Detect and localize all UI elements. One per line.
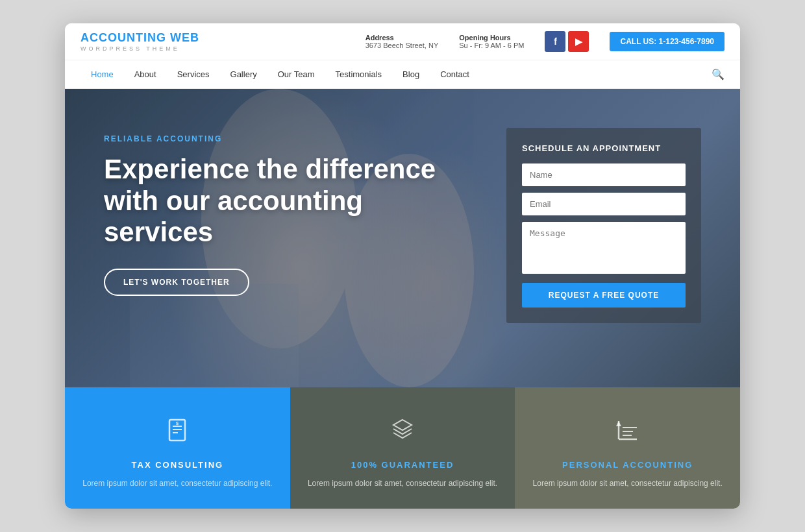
logo-accent: WEB — [170, 31, 199, 44]
hours-block: Opening Hours Su - Fr: 9 AM - 6 PM — [459, 34, 524, 49]
nav-item-services[interactable]: Services — [167, 60, 220, 88]
quote-button[interactable]: REQUEST A FREE QUOTE — [522, 283, 686, 308]
search-icon[interactable]: 🔍 — [712, 68, 724, 80]
nav-link-services[interactable]: Services — [167, 60, 220, 88]
nav-link-testimonials[interactable]: Testimonials — [325, 60, 393, 88]
service-desc-personal: Lorem ipsum dolor sit amet, consectetur … — [533, 478, 723, 490]
nav-item-about[interactable]: About — [124, 60, 167, 88]
social-icons: f ▶ — [545, 31, 589, 52]
service-card-guaranteed: 100% GUARANTEED Lorem ipsum dolor sit am… — [290, 387, 515, 508]
nav-item-home[interactable]: Home — [80, 60, 124, 88]
hero-content: RELIABLE ACCOUNTING Experience the diffe… — [65, 89, 740, 387]
nav-item-ourteam[interactable]: Our Team — [267, 60, 325, 88]
site-header: ACCOUNTING WEB WORDPRESS THEME Address 3… — [65, 23, 740, 60]
hero-tagline: RELIABLE ACCOUNTING — [104, 134, 441, 143]
message-input[interactable] — [522, 222, 686, 274]
appointment-form: SCHEDULE AN APPOINTMENT REQUEST A FREE Q… — [506, 128, 701, 323]
address-label: Address — [365, 34, 439, 42]
address-block: Address 3673 Beech Street, NY — [365, 34, 439, 49]
hero-cta-button[interactable]: LET'S WORK TOGETHER — [104, 269, 249, 296]
logo-sub: WORDPRESS THEME — [80, 45, 199, 52]
services-row: $ TAX CONSULTING Lorem ipsum dolor sit a… — [65, 387, 740, 508]
site-nav: Home About Services Gallery Our Team Tes… — [65, 60, 740, 89]
email-input[interactable] — [522, 193, 686, 215]
nav-link-home[interactable]: Home — [80, 60, 124, 88]
logo-area: ACCOUNTING WEB WORDPRESS THEME — [80, 31, 199, 52]
name-input[interactable] — [522, 163, 686, 186]
logo-text: ACCOUNTING WEB — [80, 31, 199, 45]
nav-item-testimonials[interactable]: Testimonials — [325, 60, 393, 88]
nav-link-about[interactable]: About — [124, 60, 167, 88]
hero-heading: Experience the difference with our accou… — [104, 154, 441, 248]
service-desc-tax: Lorem ipsum dolor sit amet, consectetur … — [82, 478, 272, 490]
service-name-tax: TAX CONSULTING — [132, 460, 224, 470]
nav-link-ourteam[interactable]: Our Team — [267, 60, 325, 88]
nav-item-contact[interactable]: Contact — [430, 60, 480, 88]
facebook-icon[interactable]: f — [545, 31, 565, 52]
svg-text:$: $ — [176, 420, 179, 426]
hero-left: RELIABLE ACCOUNTING Experience the diffe… — [104, 128, 441, 296]
service-card-tax: $ TAX CONSULTING Lorem ipsum dolor sit a… — [65, 387, 290, 508]
nav-links: Home About Services Gallery Our Team Tes… — [80, 60, 480, 88]
nav-link-blog[interactable]: Blog — [392, 60, 430, 88]
nav-link-gallery[interactable]: Gallery — [220, 60, 267, 88]
address-value: 3673 Beech Street, NY — [365, 42, 439, 49]
browser-window: ACCOUNTING WEB WORDPRESS THEME Address 3… — [65, 23, 740, 508]
nav-item-blog[interactable]: Blog — [392, 60, 430, 88]
svg-marker-14 — [616, 421, 621, 426]
call-button[interactable]: CALL US: 1-123-456-7890 — [610, 32, 724, 51]
tax-icon: $ — [158, 411, 197, 450]
service-desc-guaranteed: Lorem ipsum dolor sit amet, consectetur … — [308, 478, 497, 490]
header-info: Address 3673 Beech Street, NY Opening Ho… — [365, 31, 724, 52]
chart-icon — [608, 411, 647, 450]
layers-icon — [383, 411, 422, 450]
service-name-guaranteed: 100% GUARANTEED — [351, 460, 454, 470]
hero-section: RELIABLE ACCOUNTING Experience the diffe… — [65, 89, 740, 387]
hours-label: Opening Hours — [459, 34, 524, 42]
svg-marker-8 — [393, 420, 412, 430]
hours-value: Su - Fr: 9 AM - 6 PM — [459, 42, 524, 49]
youtube-icon[interactable]: ▶ — [568, 31, 589, 52]
nav-link-contact[interactable]: Contact — [430, 60, 480, 88]
service-card-personal: PERSONAL ACCOUNTING Lorem ipsum dolor si… — [515, 387, 740, 508]
logo-bold: ACCOUNTING — [80, 31, 166, 44]
service-name-personal: PERSONAL ACCOUNTING — [562, 460, 693, 470]
nav-item-gallery[interactable]: Gallery — [220, 60, 267, 88]
appointment-title: SCHEDULE AN APPOINTMENT — [522, 143, 686, 153]
